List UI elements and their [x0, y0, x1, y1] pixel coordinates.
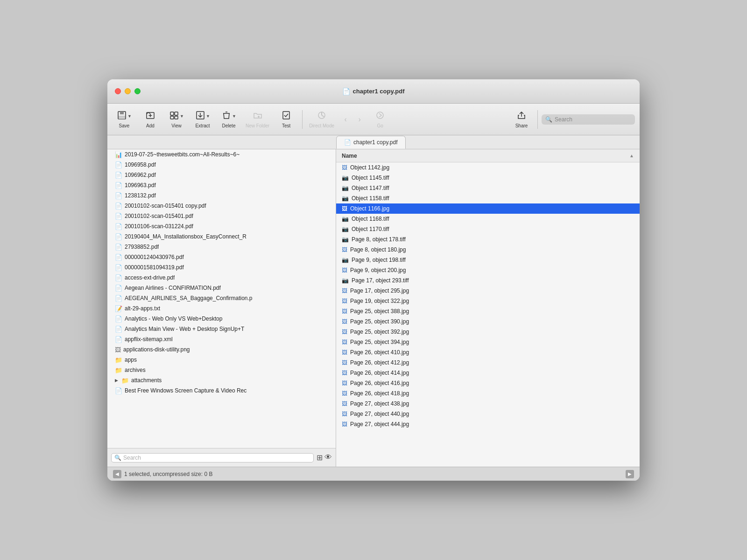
save-icon	[117, 110, 127, 122]
file-type-icon: 📊	[115, 151, 122, 158]
close-button[interactable]	[115, 88, 121, 94]
extract-button[interactable]: ▼ Extract	[190, 108, 215, 130]
status-right-btn[interactable]: ▶	[626, 470, 634, 478]
direct-mode-button[interactable]: Direct Mode	[306, 108, 337, 130]
file-item[interactable]: 📄0000001581094319.pdf	[107, 262, 336, 273]
object-item[interactable]: 🖼 Page 8, object 180.jpg	[336, 245, 640, 255]
tab-chapter1[interactable]: 📄 chapter1 copy.pdf	[336, 136, 406, 149]
object-item[interactable]: 📷 Object 1170.tiff	[336, 224, 640, 234]
object-item[interactable]: 🖼 Page 25, object 390.jpg	[336, 316, 640, 327]
object-item[interactable]: 🖼 Page 26, object 414.jpg	[336, 368, 640, 378]
share-icon	[517, 111, 526, 122]
object-item[interactable]: 🖼 Page 26, object 410.jpg	[336, 347, 640, 357]
file-item[interactable]: ▶📁attachments	[107, 375, 336, 385]
object-item[interactable]: 🖼 Page 17, object 295.jpg	[336, 286, 640, 296]
object-item[interactable]: 📷 Object 1158.tiff	[336, 193, 640, 203]
toolbar-separator-2	[537, 110, 538, 129]
back-button[interactable]: ‹	[339, 113, 352, 126]
file-item[interactable]: 📁apps	[107, 355, 336, 365]
go-button[interactable]: Go	[368, 108, 392, 130]
nav-buttons: ‹ ›	[339, 113, 366, 126]
preview-icon[interactable]: 👁	[324, 453, 332, 462]
file-type-icon: 📁	[115, 367, 122, 374]
file-type-icon: 🖼	[115, 346, 121, 353]
object-item[interactable]: 🖼 Page 27, object 438.jpg	[336, 399, 640, 409]
forward-button[interactable]: ›	[353, 113, 366, 126]
file-item[interactable]: 📄1238132.pdf	[107, 190, 336, 201]
file-list[interactable]: 📊2019-07-25~thesweetbits.com~All-Results…	[107, 149, 336, 448]
object-item[interactable]: 🖼 Page 27, object 444.jpg	[336, 419, 640, 429]
object-item[interactable]: 🖼 Object 1142.jpg	[336, 162, 640, 173]
object-type-icon: 📷	[342, 257, 349, 263]
file-item[interactable]: 📄20010102-scan-015401 copy.pdf	[107, 201, 336, 211]
file-item[interactable]: 📝alt-29-apps.txt	[107, 303, 336, 314]
object-item[interactable]: 📷 Page 9, object 198.tiff	[336, 255, 640, 265]
file-item[interactable]: 📄0000001240430976.pdf	[107, 252, 336, 262]
object-item[interactable]: 🖼 Page 25, object 388.jpg	[336, 306, 640, 316]
object-name-label: Page 19, object 322.jpg	[350, 298, 409, 304]
object-name-label: Page 25, object 388.jpg	[350, 308, 409, 315]
object-type-icon: 🖼	[342, 267, 347, 273]
object-item[interactable]: 📷 Object 1147.tiff	[336, 183, 640, 193]
object-item[interactable]: 🖼 Page 25, object 394.jpg	[336, 337, 640, 347]
object-item[interactable]: 📷 Page 17, object 293.tiff	[336, 275, 640, 286]
list-view-icon[interactable]: ⊞	[317, 453, 323, 462]
object-item[interactable]: 🖼 Page 27, object 440.jpg	[336, 409, 640, 419]
svg-rect-2	[119, 116, 125, 119]
test-button[interactable]: Test	[274, 108, 298, 130]
new-folder-button[interactable]: New Folder	[243, 108, 272, 130]
file-item[interactable]: 📄1096958.pdf	[107, 160, 336, 170]
file-item[interactable]: 📄20010106-scan-031224.pdf	[107, 221, 336, 231]
object-type-icon: 🖼	[342, 287, 347, 294]
object-item[interactable]: 🖼 Page 19, object 322.jpg	[336, 296, 640, 306]
object-item[interactable]: 📷 Page 8, object 178.tiff	[336, 234, 640, 245]
object-name-label: Page 26, object 418.jpg	[350, 390, 409, 397]
tab-pdf-icon: 📄	[344, 139, 351, 146]
left-search-input[interactable]	[123, 455, 310, 461]
file-type-icon: 📄	[115, 161, 122, 168]
share-button[interactable]: Share	[509, 109, 534, 130]
file-item[interactable]: 📁archives	[107, 365, 336, 375]
file-item[interactable]: 📄Best Free Windows Screen Capture & Vide…	[107, 385, 336, 396]
file-type-icon: 📄	[115, 233, 122, 240]
object-item[interactable]: 🖼 Page 26, object 412.jpg	[336, 357, 640, 368]
object-item[interactable]: 🖼 Page 25, object 392.jpg	[336, 327, 640, 337]
file-item[interactable]: 📄20010102-scan-015401.pdf	[107, 211, 336, 221]
object-item[interactable]: 📷 Object 1168.tiff	[336, 214, 640, 224]
file-item[interactable]: 📄1096963.pdf	[107, 180, 336, 190]
file-item[interactable]: 📄AEGEAN_AIRLINES_SA_Baggage_Confirmation…	[107, 293, 336, 303]
maximize-button[interactable]	[134, 88, 141, 94]
save-button[interactable]: ▼ Save	[112, 108, 136, 130]
object-name-label: Page 9, object 200.jpg	[350, 267, 406, 273]
delete-button[interactable]: ▼ Delete	[217, 108, 241, 130]
file-item[interactable]: 📄Aegean Airlines - CONFIRMATION.pdf	[107, 283, 336, 293]
file-item[interactable]: 📊2019-07-25~thesweetbits.com~All-Results…	[107, 149, 336, 160]
right-panel: Name ▲ 🖼 Object 1142.jpg📷 Object 1145.ti…	[336, 149, 640, 467]
file-item[interactable]: 📄20190404_MA_Installationsbox_EasyConnec…	[107, 231, 336, 242]
object-item[interactable]: 🖼 Page 9, object 200.jpg	[336, 265, 640, 275]
file-name-label: 20010102-scan-015401.pdf	[125, 213, 193, 219]
object-list[interactable]: 🖼 Object 1142.jpg📷 Object 1145.tiff📷 Obj…	[336, 162, 640, 467]
object-type-icon: 🖼	[342, 411, 347, 417]
object-item[interactable]: 🖼 Object 1166.jpg	[336, 203, 640, 214]
file-name-label: Analytics Main View - Web + Desktop Sign…	[125, 326, 244, 332]
file-type-icon: 📄	[115, 264, 122, 271]
object-name-label: Object 1170.tiff	[352, 226, 389, 232]
file-item[interactable]: 📄access-ext-drive.pdf	[107, 273, 336, 283]
file-type-icon: 📄	[115, 326, 122, 333]
object-item[interactable]: 📷 Object 1145.tiff	[336, 173, 640, 183]
view-button[interactable]: ▼ View	[164, 108, 189, 130]
object-item[interactable]: 🖼 Page 26, object 416.jpg	[336, 378, 640, 388]
delete-arrow-icon: ▼	[232, 114, 236, 119]
object-item[interactable]: 🖼 Page 26, object 418.jpg	[336, 388, 640, 399]
file-item[interactable]: 📄appflix-sitemap.xml	[107, 334, 336, 344]
search-input[interactable]	[555, 116, 631, 123]
file-item[interactable]: 📄Analytics Main View - Web + Desktop Sig…	[107, 324, 336, 334]
file-item[interactable]: 🖼applications-disk-utility.png	[107, 344, 336, 355]
status-left-btn[interactable]: ◀	[113, 470, 121, 478]
add-button[interactable]: Add	[138, 108, 162, 130]
file-item[interactable]: 📄27938852.pdf	[107, 242, 336, 252]
file-item[interactable]: 📄1096962.pdf	[107, 170, 336, 180]
minimize-button[interactable]	[125, 88, 131, 94]
file-item[interactable]: 📄Analytics - Web Only VS Web+Desktop	[107, 314, 336, 324]
